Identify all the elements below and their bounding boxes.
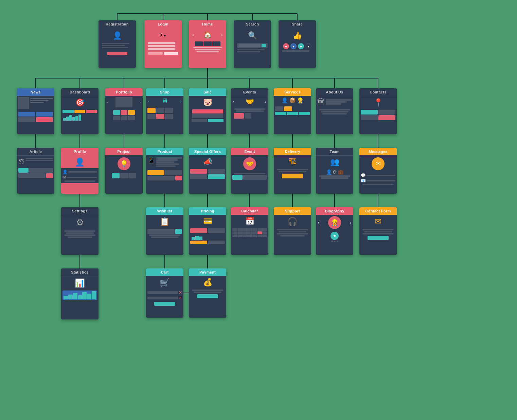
node-search[interactable]: Search 🔍 bbox=[234, 20, 271, 68]
article-header: Article bbox=[17, 148, 54, 156]
events-header: Events bbox=[231, 88, 268, 96]
node-login[interactable]: Login 🗝 bbox=[144, 20, 182, 68]
news-header: News bbox=[17, 88, 54, 96]
profile-header: Profile bbox=[61, 148, 99, 155]
node-messages[interactable]: Messages ✉ 💬 📧 bbox=[359, 148, 397, 194]
login-header: Login bbox=[144, 20, 182, 28]
event-header: Event bbox=[231, 148, 268, 155]
settings-header: Settings bbox=[61, 207, 99, 215]
node-sale[interactable]: Sale 🐷 bbox=[189, 88, 226, 134]
node-payment[interactable]: Payment 💰 bbox=[189, 268, 226, 318]
node-shop[interactable]: Shop ‹ 🖥 › bbox=[146, 88, 183, 134]
node-project[interactable]: Project 💡 bbox=[105, 148, 143, 194]
node-event[interactable]: Event 🤝 bbox=[231, 148, 268, 194]
node-portfolio[interactable]: Portfolio ‹ › bbox=[105, 88, 143, 134]
statistics-header: Statistics bbox=[61, 268, 99, 276]
node-contactform[interactable]: Contact Form ✉ bbox=[359, 207, 397, 255]
node-calendar[interactable]: Calendar 📅 bbox=[231, 207, 268, 255]
search-header: Search bbox=[234, 20, 271, 28]
share-header: Share bbox=[279, 20, 316, 28]
node-news[interactable]: News bbox=[17, 88, 54, 134]
node-team[interactable]: Team 👥 👤 ⚙ 💼 bbox=[316, 148, 353, 194]
node-cart[interactable]: Cart 🛒 ✕ ✕ bbox=[146, 268, 183, 318]
contacts-header: Contacts bbox=[359, 88, 397, 96]
node-share[interactable]: Share 👍 ● ● ● ● bbox=[279, 20, 316, 68]
biography-header: Biography bbox=[316, 207, 353, 215]
node-home[interactable]: Home ‹ 🏠 › bbox=[189, 20, 226, 68]
support-header: Support bbox=[274, 207, 311, 215]
delivery-header: Delivery bbox=[274, 148, 311, 155]
node-dashboard[interactable]: Dashboard 🎯 bbox=[61, 88, 99, 134]
node-specialoffers[interactable]: Special Offers 📣 bbox=[189, 148, 226, 194]
registration-header: Registration bbox=[99, 20, 136, 28]
node-events[interactable]: Events ‹ 🤝 › bbox=[231, 88, 268, 134]
pricing-header: Pricing bbox=[189, 207, 226, 215]
contactform-header: Contact Form bbox=[359, 207, 397, 215]
aboutus-header: About Us bbox=[316, 88, 353, 96]
node-pricing[interactable]: Pricing 💳 bbox=[189, 207, 226, 255]
messages-header: Messages bbox=[359, 148, 397, 155]
node-aboutus[interactable]: About Us 🏛 bbox=[316, 88, 353, 134]
node-registration[interactable]: Registration 👤 bbox=[99, 20, 136, 68]
sale-header: Sale bbox=[189, 88, 226, 96]
node-support[interactable]: Support 🎧 bbox=[274, 207, 311, 255]
dashboard-header: Dashboard bbox=[61, 88, 99, 96]
home-header: Home bbox=[189, 20, 226, 28]
product-header: Product bbox=[146, 148, 183, 155]
node-article[interactable]: Article ⚖ bbox=[17, 148, 54, 194]
node-contacts[interactable]: Contacts 📍 bbox=[359, 88, 397, 134]
node-settings[interactable]: Settings ⚙ bbox=[61, 207, 99, 255]
payment-header: Payment bbox=[189, 268, 226, 276]
diagram-container: Registration 👤 Login 🗝 bbox=[0, 0, 517, 420]
specialoffers-header: Special Offers bbox=[189, 148, 226, 155]
node-services[interactable]: Services 👤 📦 👷 bbox=[274, 88, 311, 134]
services-header: Services bbox=[274, 88, 311, 96]
wishlist-header: Wishlist bbox=[146, 207, 183, 215]
project-header: Project bbox=[105, 148, 143, 155]
node-profile[interactable]: Profile 👤 👤 ✉ bbox=[61, 148, 99, 194]
node-delivery[interactable]: Delivery 🏗 bbox=[274, 148, 311, 194]
team-header: Team bbox=[316, 148, 353, 156]
node-wishlist[interactable]: Wishlist 📋 bbox=[146, 207, 183, 255]
node-biography[interactable]: Biography ‹ 👷 › ★ bbox=[316, 207, 353, 255]
portfolio-header: Portfolio bbox=[105, 88, 143, 96]
calendar-header: Calendar bbox=[231, 207, 268, 215]
node-product[interactable]: Product 📱 bbox=[146, 148, 183, 194]
shop-header: Shop bbox=[146, 88, 183, 96]
cart-header: Cart bbox=[146, 268, 183, 276]
node-statistics[interactable]: Statistics 📊 bbox=[61, 268, 99, 319]
